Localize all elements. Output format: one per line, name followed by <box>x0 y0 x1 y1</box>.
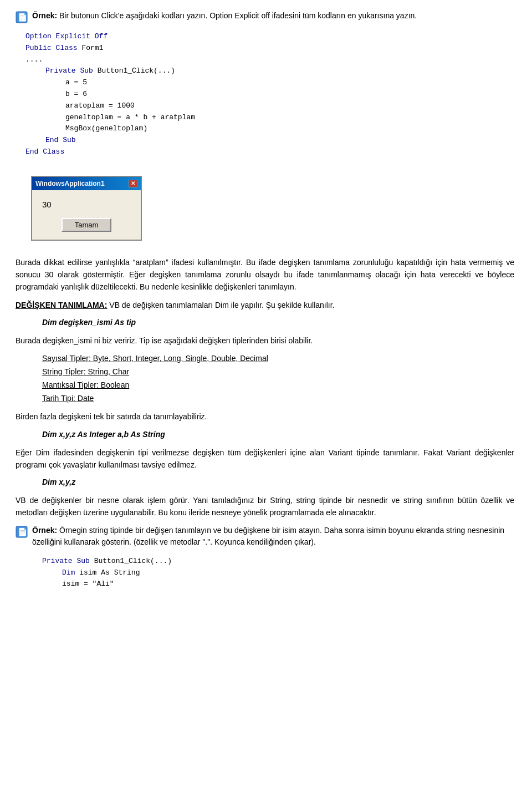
msgbox-titlebar: WindowsApplication1 ✕ <box>32 177 141 191</box>
msgbox-body: 30 Tamam <box>32 190 141 239</box>
ornek-icon-2: 📄 <box>16 526 28 538</box>
code-block-2: Private Sub Button1_Click(...) Dim isim … <box>42 556 514 590</box>
para3: Birden fazla degişkeni tek bir satırda d… <box>16 410 514 423</box>
sayisal-tipler: Sayısal Tipler: Byte, Short, Integer, Lo… <box>42 352 514 365</box>
code2-line-3: isim = "Ali" <box>42 578 514 590</box>
code-line-11: End Class <box>25 146 514 158</box>
para1: Burada dikkat edilirse yanlışlıkla “arat… <box>16 256 514 293</box>
ornek1-line: 📄 Örnek: Bir butonun Click'e aşağıdaki k… <box>16 10 514 23</box>
mantiksal-label: Mantıksal Tipler <box>42 380 96 389</box>
code-line-6: b = 6 <box>65 89 514 100</box>
code-line-3: .... <box>25 54 514 66</box>
string-value: : String, Char <box>84 367 129 376</box>
types-list: Sayısal Tipler: Byte, Short, Integer, Lo… <box>42 352 514 405</box>
ornek2-desc: Örnegin string tipinde bir değişen tanım… <box>32 526 504 546</box>
string-tipler: String Tipler: String, Char <box>42 365 514 379</box>
page-content: 📄 Örnek: Bir butonun Click'e aşağıdaki k… <box>16 10 514 590</box>
code-block-1: Option Explicit Off Public Class Form1 .… <box>25 31 514 158</box>
code-line-8: geneltoplam = a * b + aratplam <box>65 112 514 124</box>
msgbox-window: WindowsApplication1 ✕ 30 Tamam <box>31 176 142 241</box>
code-line-4: Private Sub Button1_Click(...) <box>45 65 514 77</box>
code-line-5: a = 5 <box>65 77 514 89</box>
ornek2-label: Örnek: <box>32 526 57 535</box>
msgbox-number: 30 <box>42 198 131 211</box>
ornek1-desc: Bir butonun Click'e aşağıdaki kodları ya… <box>57 11 417 20</box>
msgbox-titlebar-buttons: ✕ <box>129 180 137 187</box>
msgbox-close-button[interactable]: ✕ <box>129 180 137 187</box>
mantiksal-value: : Boolean <box>96 380 129 389</box>
code-line-1: Option Explicit Off <box>25 31 514 43</box>
svg-text:📄: 📄 <box>18 13 28 22</box>
tarih-tipi: Tarih Tipi: Date <box>42 392 514 405</box>
dim-xyz-text: Dim x,y,z <box>42 478 75 486</box>
dim-syntax: Dim degişken_ismi As tip <box>42 318 136 327</box>
ornek2-text: Örnek: Örnegin string tipinde bir değişe… <box>32 525 514 548</box>
section-intro: VB de değişken tanımlamaları Dim ile yap… <box>107 301 334 309</box>
code-line-2: Public Class Form1 <box>25 43 514 54</box>
section-title-line: DEĞİŞKEN TANIMLAMA: VB de değişken tanım… <box>16 299 514 311</box>
code-line-9: MsgBox(geneltoplam) <box>65 123 514 135</box>
dim-syntax-line: Dim degişken_ismi As tip <box>42 317 514 329</box>
dim-xyz-line: Dim x,y,z <box>42 476 514 489</box>
para2: Burada degişken_ismi ni biz veririz. Tip… <box>16 334 514 347</box>
ornek-icon-1: 📄 <box>16 11 28 23</box>
string-label: String Tipler <box>42 367 84 376</box>
tarih-value: : Date <box>73 394 94 403</box>
sayisal-label: Sayısal Tipler <box>42 354 89 363</box>
code-line-10: End Sub <box>45 135 514 146</box>
dim-multi-line: Dim x,y,z As Integer a,b As String <box>42 429 514 441</box>
ornek2-line: 📄 Örnek: Örnegin string tipinde bir deği… <box>16 525 514 548</box>
para5: VB de değişkenler bir nesne olarak işlem… <box>16 494 514 519</box>
sayisal-value: : Byte, Short, Integer, Long, Single, Do… <box>89 354 268 363</box>
msgbox-title: WindowsApplication1 <box>35 179 105 189</box>
tarih-label: Tarih Tipi <box>42 394 73 403</box>
dim-multi-text: Dim x,y,z As Integer a,b As String <box>42 430 165 439</box>
msgbox-ok-button[interactable]: Tamam <box>62 218 112 232</box>
section-title: DEĞİŞKEN TANIMLAMA: <box>16 301 107 309</box>
svg-text:📄: 📄 <box>18 527 28 537</box>
para4: Eğer Dim ifadesinden degişkenin tipi ver… <box>16 446 514 471</box>
ornek1-text: Örnek: Bir butonun Click'e aşağıdaki kod… <box>32 10 417 22</box>
mantiksal-tipler: Mantıksal Tipler: Boolean <box>42 379 514 392</box>
code-line-7: aratoplam = 1000 <box>65 100 514 112</box>
code2-line-2: Dim isim As String <box>42 567 514 579</box>
code2-line-1: Private Sub Button1_Click(...) <box>42 556 514 567</box>
ornek1-label: Örnek: <box>32 11 57 20</box>
